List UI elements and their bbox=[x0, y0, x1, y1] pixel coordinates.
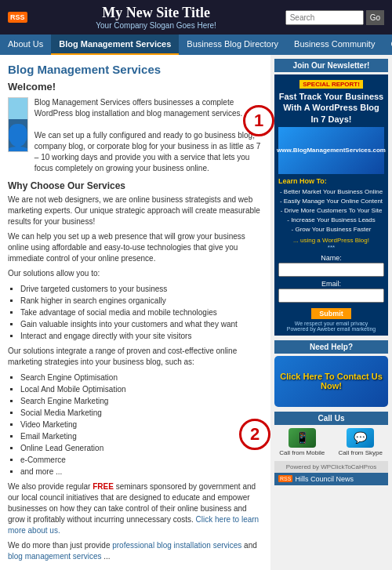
call-mobile-label: Call from Mobile bbox=[274, 449, 330, 456]
main-layout: Blog Management Services Welcome! 👤 Blog… bbox=[0, 55, 392, 570]
help-text: We can help you set up a web presence th… bbox=[8, 231, 263, 264]
call-us-box: 📱 Call from Mobile 💬 Call from Skype bbox=[274, 428, 388, 456]
strategy-1: Search Engine Optimisation bbox=[20, 372, 263, 383]
solution-item-3: Take advantage of social media and mobil… bbox=[20, 307, 263, 318]
hills-news-text: Hills Council News bbox=[295, 475, 354, 483]
blog-mgmt-link[interactable]: blog management services bbox=[8, 552, 102, 561]
strategies-wrap: Search Engine Optimisation Local And Mob… bbox=[8, 372, 263, 477]
and-text: and bbox=[241, 541, 256, 550]
strategy-7: Online Lead Generation bbox=[20, 442, 263, 454]
call-skype-btn[interactable]: 💬 Call from Skype bbox=[333, 428, 389, 456]
intro-section: 👤 Blog Management Services offers busine… bbox=[8, 97, 263, 174]
nav-blog-management[interactable]: Blog Management Services bbox=[51, 34, 179, 55]
skype-icon: 💬 bbox=[347, 428, 374, 448]
more-prefix: We do more than just provide bbox=[8, 541, 112, 550]
mobile-icon: 📱 bbox=[289, 428, 316, 448]
header-search: Go bbox=[285, 10, 384, 25]
strategies-list: Search Engine Optimisation Local And Mob… bbox=[20, 372, 263, 477]
learn-item-3: Drive More Customers To Your Site bbox=[278, 206, 384, 216]
newsletter-box: SPECIAL REPORT! Fast Track Your Business… bbox=[274, 74, 388, 336]
need-help-cta: Click Here To Contact Us Now! bbox=[274, 372, 388, 390]
site-title: My New Site Title bbox=[27, 5, 285, 21]
annotation-circle-1: 1 bbox=[243, 105, 274, 136]
rss-icon[interactable]: RSS bbox=[8, 12, 27, 23]
hills-news-bar: RSS Hills Council News bbox=[274, 473, 388, 485]
strategy-2: Local And Mobile Optimisation bbox=[20, 383, 263, 395]
learn-item-2: Easily Manage Your Online Content bbox=[278, 197, 384, 206]
learn-how-label: Learn How To: bbox=[278, 177, 384, 185]
intro-text-block: Blog Management Services offers business… bbox=[34, 97, 263, 174]
logo-area: RSS bbox=[8, 12, 27, 23]
nav-about-us[interactable]: About Us bbox=[0, 34, 51, 55]
need-help-box: Click Here To Contact Us Now! bbox=[274, 356, 388, 407]
nav-community[interactable]: Business Community bbox=[286, 34, 383, 55]
solution-item-2: Rank higher in search engines organicall… bbox=[20, 295, 263, 307]
intro-para-2: We can set up a fully configured and rea… bbox=[34, 130, 263, 174]
blog-install-link[interactable]: professional blog installation services bbox=[112, 541, 241, 550]
strategy-5: Video Marketing bbox=[20, 419, 263, 430]
wordpress-note: ... using a WordPress Blog! bbox=[278, 237, 384, 244]
solution-item-5: Interact and engage directly with your s… bbox=[20, 330, 263, 342]
name-label: Name: bbox=[278, 254, 384, 262]
strategy-4: Social Media Marketing bbox=[20, 407, 263, 419]
name-input[interactable] bbox=[278, 263, 384, 277]
ellipsis: ... bbox=[102, 552, 111, 561]
page-title: Blog Management Services bbox=[8, 63, 263, 76]
sidebar-footer: Powered by WPClickToCaHPros bbox=[274, 461, 388, 473]
solution-item-4: Gain valuable insights into your custome… bbox=[20, 318, 263, 330]
email-input[interactable] bbox=[278, 289, 384, 303]
strategy-8: e-Commerce bbox=[20, 454, 263, 466]
newsletter-url: www.BlogManagementServices.com bbox=[277, 147, 386, 154]
search-button[interactable]: Go bbox=[366, 10, 384, 25]
free-para: We also provide regular FREE seminars sp… bbox=[8, 481, 263, 536]
newsletter-submit-button[interactable]: Submit bbox=[311, 308, 351, 319]
privacy-text: We respect your email privacy bbox=[278, 321, 384, 326]
hills-rss-icon: RSS bbox=[278, 475, 292, 482]
intro-para-1: Blog Management Services offers business… bbox=[34, 97, 263, 119]
main-nav: About Us Blog Management Services Busine… bbox=[0, 34, 392, 55]
newsletter-section-header: Join Our Newsletter! bbox=[274, 59, 388, 72]
search-input[interactable] bbox=[285, 10, 364, 25]
solutions-label: Our solutions allow you to: bbox=[8, 268, 263, 279]
learn-item-4: Increase Your Business Leads bbox=[278, 216, 384, 225]
free-word: FREE bbox=[93, 482, 114, 491]
site-title-block: My New Site Title Your Company Slogan Go… bbox=[27, 5, 285, 30]
more-text-para: We do more than just provide professiona… bbox=[8, 540, 263, 562]
call-us-section-header: Call Us bbox=[274, 412, 388, 425]
strategy-9: and more ... bbox=[20, 466, 263, 477]
need-help-image[interactable]: Click Here To Contact Us Now! bbox=[274, 356, 388, 407]
person-icon: 👤 bbox=[8, 123, 28, 152]
learn-item-5: Grow Your Business Faster bbox=[278, 225, 384, 234]
special-report-badge: SPECIAL REPORT! bbox=[299, 80, 363, 89]
solutions-list: Drive targeted customers to your busines… bbox=[20, 283, 263, 342]
free-prefix: We also provide regular bbox=[8, 482, 93, 491]
email-label: Email: bbox=[278, 280, 384, 288]
site-slogan: Your Company Slogan Goes Here! bbox=[27, 21, 285, 30]
strategy-6: Email Marketing bbox=[20, 430, 263, 442]
sidebar: Join Our Newsletter! SPECIAL REPORT! Fas… bbox=[270, 55, 392, 570]
nav-blog-directory[interactable]: Business Blog Directory bbox=[179, 34, 286, 55]
integrate-text: Our solutions integrate a range of prove… bbox=[8, 346, 263, 368]
newsletter-image: www.BlogManagementServices.com bbox=[278, 127, 384, 174]
call-mobile-btn[interactable]: 📱 Call from Mobile bbox=[274, 428, 330, 456]
intro-image: 👤 bbox=[8, 97, 28, 152]
learn-item-1: Better Market Your Business Online bbox=[278, 187, 384, 197]
strategy-3: Search Engine Marketing bbox=[20, 395, 263, 407]
solution-item-1: Drive targeted customers to your busines… bbox=[20, 283, 263, 295]
need-help-section-header: Need Help? bbox=[274, 340, 388, 354]
newsletter-headline: Fast Track Your Business With A WordPres… bbox=[278, 91, 384, 125]
site-header: RSS My New Site Title Your Company Sloga… bbox=[0, 0, 392, 34]
annotation-circle-2: 2 bbox=[239, 419, 270, 450]
why-text: We are not web designers, we are online … bbox=[8, 194, 263, 227]
main-content: Blog Management Services Welcome! 👤 Blog… bbox=[0, 55, 270, 570]
triple-dot: *** bbox=[278, 244, 384, 251]
nav-testimonials[interactable]: Client Testimonials bbox=[383, 34, 392, 55]
welcome-title: Welcome! bbox=[8, 81, 263, 93]
call-skype-label: Call from Skype bbox=[333, 449, 389, 456]
aweber-text: Powered by Aweber email marketing bbox=[278, 326, 384, 332]
why-choose-title: Why Choose Our Services bbox=[8, 180, 263, 191]
call-us-buttons: 📱 Call from Mobile 💬 Call from Skype bbox=[274, 428, 388, 456]
